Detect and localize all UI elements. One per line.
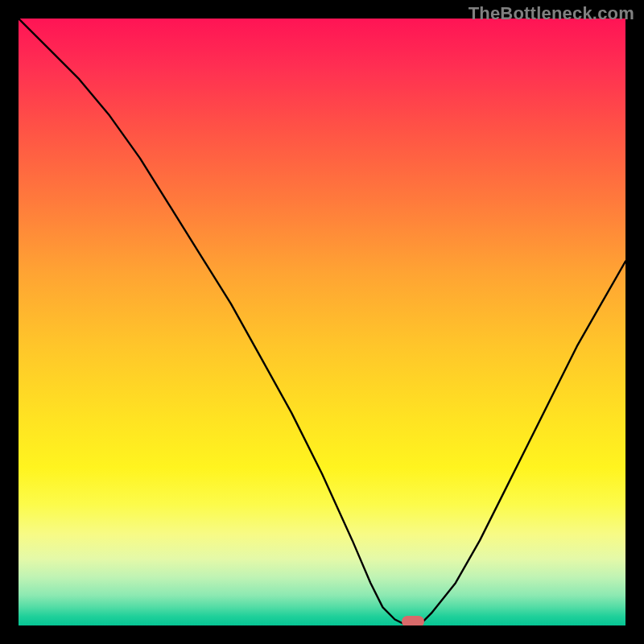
watermark-text: TheBottleneck.com [469,3,634,24]
optimal-marker [402,616,424,625]
curve-svg [19,19,625,625]
plot-area [19,19,625,625]
bottleneck-curve [19,19,625,625]
chart-frame: TheBottleneck.com [0,0,644,644]
